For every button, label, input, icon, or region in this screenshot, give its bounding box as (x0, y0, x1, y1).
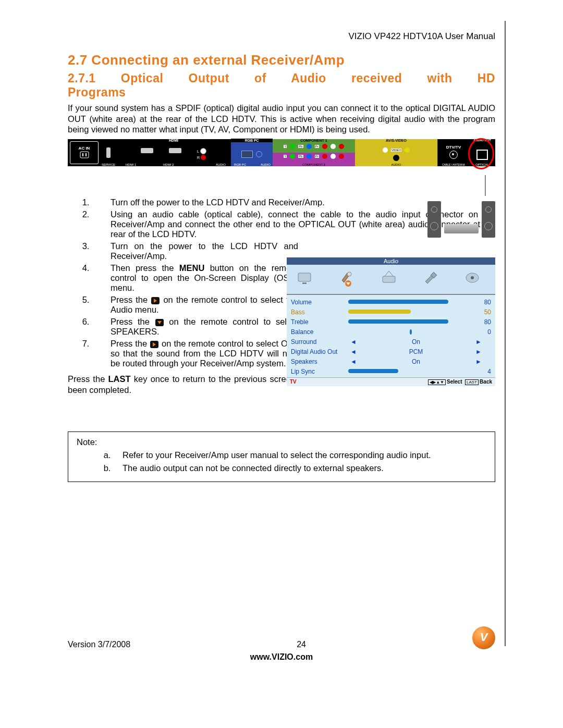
osd-label: Volume (291, 299, 348, 306)
osd-label: Treble (291, 318, 348, 326)
osd-label: Speakers (291, 358, 348, 365)
note-b: The audio output can not be connected di… (113, 463, 486, 473)
panel-avs: AV/S-VIDEO VIDEO AUDIO (355, 139, 437, 166)
osd-footer: TV ◀▶▲▼Select LASTBack (287, 377, 495, 386)
step-5-pre: Press the (111, 295, 151, 304)
osd-tab-picture-icon (296, 270, 319, 289)
step-5: Press the on the remote control to selec… (92, 295, 298, 315)
osd-slider (348, 369, 473, 374)
osd-foot-source: TV (290, 379, 297, 385)
osd-tab-parental-icon (463, 270, 486, 289)
rgb-audio-label: AUDIO (261, 163, 271, 166)
osd-value: PCM (359, 348, 473, 355)
panel-component: COMPONENT 1 Y Pb Pr Y Pb Pr COMPONENT 2 (273, 139, 355, 166)
osd-label: Digital Audio Out (291, 348, 348, 355)
osd-select-label: Select (447, 379, 462, 385)
receiver-amp-icon (444, 224, 479, 233)
osd-value: 4 (473, 368, 491, 375)
osd-back-label: Back (480, 379, 492, 385)
step-6: Press the on the remote control to selec… (92, 317, 298, 337)
osd-slider (348, 310, 473, 315)
osd-value: 80 (473, 318, 491, 326)
speaker-system-illustration (427, 180, 495, 238)
arrow-right-icon: ► (473, 358, 484, 365)
osd-body: Volume80Bass50Treble80Balance0Surround◄O… (287, 295, 495, 377)
osd-row-digital-audio-out: Digital Audio Out◄PCM► (291, 347, 491, 356)
osd-slider (348, 319, 473, 325)
svg-rect-3 (298, 273, 311, 281)
osd-row-treble: Treble80 (291, 317, 491, 327)
svg-rect-0 (80, 152, 89, 158)
cable-label: CABLE / ANTENNA (442, 163, 465, 166)
service-label: SERVICE (102, 163, 115, 166)
osd-row-speakers: Speakers◄On► (291, 356, 491, 366)
osd-tab-bar (287, 265, 495, 295)
osd-value: On (359, 338, 473, 346)
rgb-label-bot: RGB PC (234, 163, 246, 166)
osd-value: 80 (473, 299, 491, 306)
footer-version: Version 3/7/2008 (68, 640, 130, 649)
osd-value: 50 (473, 309, 491, 316)
step-4-pre: Then press the (111, 263, 179, 273)
osd-value: 0 (473, 328, 491, 336)
hdmi2-label: HDMI 2 (163, 163, 174, 166)
osd-audio-menu: Audio Volume80Bass50Treble80Balance0Surr… (287, 257, 495, 386)
svg-rect-4 (302, 282, 307, 284)
osd-foot-right: ◀▶▲▼Select LASTBack (428, 379, 492, 385)
comp1-label: COMPONENT 1 (273, 139, 355, 142)
osd-row-volume: Volume80 (291, 297, 491, 307)
arrow-left-icon: ◄ (348, 338, 359, 346)
dtv-label: DTV/TV (446, 145, 461, 150)
footer-page-number: 24 (297, 640, 306, 649)
hdmi1-label: HDMI 1 (126, 163, 136, 166)
subsection-line1: 2.7.1 Optical Output of Audio received w… (68, 71, 495, 85)
optical-highlight-circle (468, 138, 494, 169)
rgb-label-top: RGB PC (231, 139, 273, 142)
intro-paragraph: If your sound system has a SPDIF (optica… (68, 103, 495, 135)
panel-optical: AUDIO OUT OPTICAL (469, 139, 495, 166)
remote-right-icon (151, 297, 160, 304)
osd-label: Lip Sync (291, 368, 348, 375)
step-3: Turn on the power to the LCD HDTV and Re… (92, 241, 298, 261)
osd-row-bass: Bass50 (291, 307, 491, 317)
osd-slider (348, 300, 473, 305)
osd-tab-audio-icon (338, 270, 361, 289)
subsection-line2: Programs (68, 85, 495, 100)
svg-rect-7 (383, 276, 395, 282)
last-para-bold: LAST (108, 374, 131, 384)
section-heading: 2.7 Connecting an external Receiver/Amp (68, 52, 495, 68)
subsection-heading: 2.7.1 Optical Output of Audio received w… (68, 71, 495, 100)
tv-back-panel-diagram: AC IN SERVICE HDMI L R HDMI 1 HDMI 2 AUD… (68, 139, 495, 166)
osd-label: Surround (291, 338, 348, 346)
arrow-left-icon: ◄ (348, 358, 359, 365)
arrow-left-icon: ◄ (348, 348, 359, 355)
step-4: Then press the MENU button on the remote… (92, 263, 298, 293)
remote-right-icon-2 (150, 341, 158, 348)
osd-tab-tuner-icon (380, 270, 402, 289)
svg-point-5 (347, 272, 351, 276)
note-box: Note: Refer to your Receiver/Amp user ma… (68, 431, 495, 482)
vizio-logo-icon (472, 626, 495, 649)
step-7: Press the on the remote control to selec… (92, 339, 298, 368)
osd-last-key-icon: LAST (465, 379, 479, 385)
note-title: Note: (77, 437, 486, 447)
osd-row-surround: Surround◄On► (291, 337, 491, 347)
panel-dtv: DTV/TV CABLE / ANTENNA (437, 139, 469, 166)
osd-row-balance: Balance0 (291, 327, 491, 337)
hdmi-label: HDMI (116, 139, 231, 142)
osd-caret-down-icon (343, 280, 362, 296)
svg-rect-2 (85, 153, 87, 156)
page-border (505, 21, 506, 646)
avs-audio-label: AUDIO (391, 163, 401, 166)
header-product: VIZIO VP422 HDTV10A User Manual (68, 31, 495, 42)
step-1: Turn off the power to the LCD HDTV and R… (92, 198, 402, 207)
step-6-pre: Press the (111, 317, 155, 326)
remote-down-icon (155, 319, 164, 326)
power-socket-icon (79, 151, 90, 159)
osd-row-lip-sync: Lip Sync4 (291, 366, 491, 376)
right-speaker-icon (482, 201, 495, 238)
step-4-bold: MENU (179, 263, 205, 273)
left-speaker-icon (427, 201, 441, 238)
osd-nav-key-icon: ◀▶▲▼ (428, 379, 446, 385)
arrow-right-icon: ► (473, 348, 484, 355)
